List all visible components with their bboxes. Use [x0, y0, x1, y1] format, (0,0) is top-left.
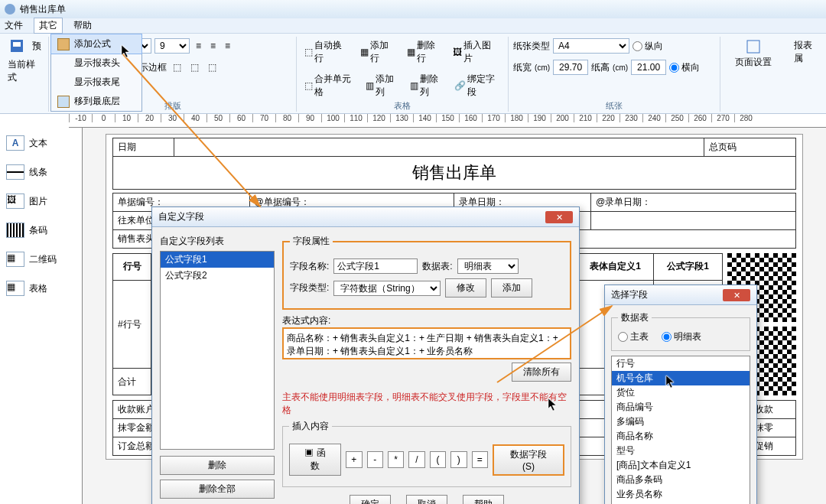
window-title: 销售出库单 — [20, 3, 66, 16]
add-button[interactable]: 添加 — [491, 278, 532, 298]
layers-icon — [57, 96, 70, 108]
bindfield-button[interactable]: 🔗 绑定字段 — [451, 70, 504, 101]
menu-other[interactable]: 其它 — [34, 18, 63, 34]
field-list-label: 自定义字段列表 — [160, 235, 275, 248]
pagesetup-button[interactable]: 页面设置 — [732, 37, 775, 71]
align-center-icon[interactable]: ≡ — [207, 38, 219, 54]
ok-button[interactable]: 确定 — [350, 495, 391, 504]
dlg1-close[interactable]: ✕ — [545, 211, 573, 223]
delete-field-button[interactable]: 删除 — [160, 456, 275, 475]
title-bar: 销售出库单 — [0, 0, 826, 18]
menu-move-bottom[interactable]: 移到最底层 — [51, 92, 141, 111]
field-option[interactable]: 商品编号 — [612, 400, 750, 415]
addcol-button[interactable]: ▥ 添加列 — [363, 70, 404, 101]
report-title: 销售出库单 — [113, 157, 796, 190]
valign-bot-icon[interactable]: ⬚ — [205, 60, 220, 75]
menu-show-footer[interactable]: 显示报表尾 — [51, 73, 141, 92]
palette-table[interactable]: ▦表格 — [3, 278, 66, 299]
ruler-vertical — [69, 128, 83, 504]
cursor-icon — [121, 44, 132, 58]
field-option[interactable]: 商品名称 — [612, 429, 750, 444]
tool-palette: A文本 线条 🖼图片 条码 ▦二维码 ▦表格 — [0, 128, 69, 504]
palette-qrcode[interactable]: ▦二维码 — [3, 249, 66, 270]
cursor-icon — [665, 375, 676, 389]
paper-height-input[interactable] — [631, 60, 666, 75]
palette-image[interactable]: 🖼图片 — [3, 190, 66, 212]
delrow-button[interactable]: ▦ 删除行 — [404, 37, 447, 67]
main-table-radio[interactable]: 主表 — [618, 330, 649, 343]
field-option[interactable]: [商品]文本自定义1 — [612, 458, 750, 473]
table-choice: 数据表 主表 明细表 — [611, 311, 750, 351]
help-button[interactable]: 帮助 — [463, 495, 504, 504]
align-right-icon[interactable]: ≡ — [222, 38, 233, 54]
dlg2-close[interactable]: ✕ — [723, 289, 750, 301]
hint-text: 主表不能使用明细表字段，明细表不能交叉使用字段，字段里不能有空格 — [282, 391, 571, 417]
op-plus[interactable]: + — [346, 451, 362, 468]
paper-width-input[interactable] — [553, 60, 588, 75]
svg-rect-2 — [747, 41, 759, 53]
addrow-button[interactable]: ▦ 添加行 — [357, 37, 401, 67]
menu-help[interactable]: 帮助 — [73, 19, 92, 32]
custom-field-dialog: 自定义字段✕ 自定义字段列表 公式字段1 公式字段2 删除 删除全部 字段属性 … — [151, 206, 580, 504]
op-minus[interactable]: - — [367, 451, 383, 468]
field-option[interactable]: 商品多条码 — [612, 473, 750, 487]
align-left-icon[interactable]: ≡ — [193, 38, 204, 54]
group-paper-label: 纸张 — [509, 100, 720, 112]
portrait-radio[interactable]: 纵向 — [633, 40, 663, 53]
mergecells-button[interactable]: ⬚ 合并单元格 — [301, 70, 359, 101]
preview-button[interactable]: 预 — [29, 37, 44, 55]
valign-mid-icon[interactable]: ⬚ — [187, 60, 202, 75]
field-listbox[interactable]: 公式字段1 公式字段2 — [160, 251, 275, 450]
field-props-fieldset: 字段属性 字段名称: 数据表: 明细表 字段类型: 字符数据（String） 修… — [282, 235, 571, 310]
save-icon[interactable] — [8, 37, 26, 54]
op-mul[interactable]: * — [388, 451, 404, 468]
valign-top-icon[interactable]: ⬚ — [170, 60, 184, 75]
paper-select[interactable]: A4 — [553, 38, 629, 54]
group-table-label: 表格 — [297, 100, 508, 112]
field-item-1[interactable]: 公式字段1 — [161, 252, 274, 268]
func-button[interactable]: ▣ 函数 — [289, 444, 341, 476]
select-field-dialog: 选择字段✕ 数据表 主表 明细表 行号机号仓库货位商品编号多编码商品名称型号[商… — [604, 285, 757, 504]
menu-file[interactable]: 文件 — [5, 19, 23, 32]
palette-barcode[interactable]: 条码 — [3, 219, 66, 241]
clear-all-button[interactable]: 清除所有 — [512, 363, 571, 382]
insertpic-button[interactable]: 🖼 插入图片 — [450, 37, 503, 67]
menu-bar: 文件 其它 帮助 — [0, 18, 826, 34]
landscape-radio[interactable]: 横向 — [669, 61, 700, 74]
field-option[interactable]: 多编码 — [612, 415, 750, 429]
expression-area[interactable]: 商品名称：+ 销售表头自定义1：+ 生产日期 + 销售表头自定义1：+ 录单日期… — [282, 327, 571, 359]
delcol-button[interactable]: ▥ 删除列 — [407, 70, 448, 101]
current-style-label: 当前样式 — [8, 58, 44, 84]
modify-button[interactable]: 修改 — [445, 278, 486, 298]
dlg2-title: 选择字段 — [611, 288, 648, 301]
reportprop-button[interactable]: 报表属 — [791, 37, 823, 67]
field-option[interactable]: 机号仓库 — [612, 371, 750, 385]
op-lparen[interactable]: ( — [430, 451, 446, 468]
autowrap-button[interactable]: ⬚ 自动换行 — [301, 37, 354, 67]
data-table-select[interactable]: 明细表 — [457, 259, 519, 274]
ruler-horizontal: -100102030405060708090100110120130140150… — [69, 114, 826, 128]
dlg1-title: 自定义字段 — [158, 210, 204, 223]
field-option[interactable]: 行号 — [612, 356, 750, 371]
fontsize-select[interactable]: 9 — [154, 38, 190, 54]
cancel-button[interactable]: 取消 — [406, 495, 447, 504]
delete-all-button[interactable]: 删除全部 — [160, 480, 275, 499]
field-option[interactable]: 型号 — [612, 444, 750, 458]
data-field-button[interactable]: 数据字段(S) — [493, 444, 564, 476]
op-rparen[interactable]: ) — [450, 451, 467, 468]
field-select-list[interactable]: 行号机号仓库货位商品编号多编码商品名称型号[商品]文本自定义1商品多条码业务员名… — [611, 356, 750, 504]
palette-text[interactable]: A文本 — [3, 132, 66, 154]
field-type-select[interactable]: 字符数据（String） — [333, 281, 441, 296]
field-name-input[interactable] — [333, 259, 418, 274]
field-option[interactable]: 货位 — [612, 385, 750, 400]
insert-fieldset: 插入内容 ▣ 函数 + - * / ( ) = 数据字段(S) — [282, 420, 571, 487]
op-div[interactable]: / — [408, 451, 424, 468]
field-item-2[interactable]: 公式字段2 — [161, 268, 274, 284]
papertype-label: 纸张类型 — [513, 40, 550, 53]
palette-line[interactable]: 线条 — [3, 161, 66, 183]
svg-rect-1 — [13, 42, 21, 47]
op-eq[interactable]: = — [472, 451, 488, 468]
detail-table-radio[interactable]: 明细表 — [662, 330, 701, 343]
app-icon — [5, 4, 15, 15]
field-option[interactable]: 业务员名称 — [612, 487, 750, 502]
